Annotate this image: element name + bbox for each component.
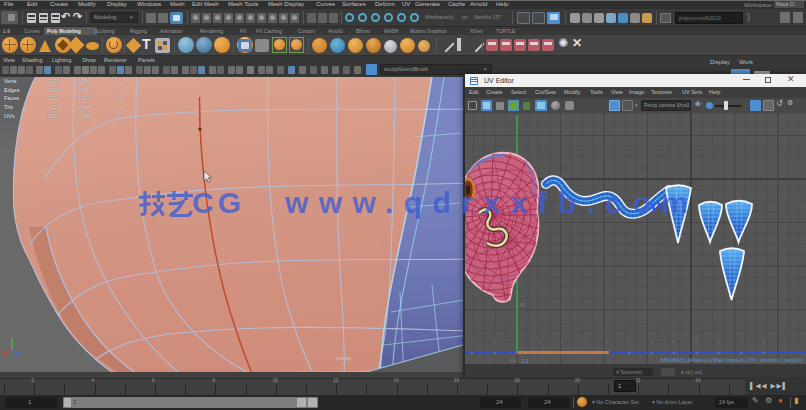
svg-text:0.0: 0.0: [510, 358, 516, 363]
svg-text:(6891/6921) pPlane1 uvShell ma: (6891/6921) pPlane1 uvShell mapped 2.3% …: [659, 357, 803, 363]
svg-text:0.2: 0.2: [520, 302, 526, 307]
svg-text:persp: persp: [336, 355, 352, 361]
